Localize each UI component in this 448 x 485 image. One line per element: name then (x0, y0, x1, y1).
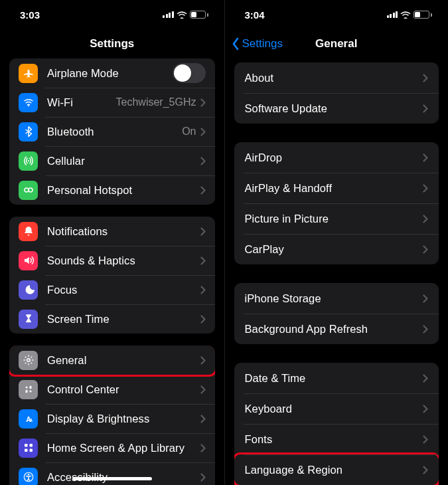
hotspot-icon (19, 181, 38, 200)
settings-row-display-brightness[interactable]: AADisplay & Brightness (9, 404, 215, 433)
chevron-right-icon (200, 415, 206, 423)
chevron-right-icon (423, 325, 428, 334)
settings-row-airplay-handoff[interactable]: AirPlay & Handoff (234, 173, 439, 203)
page-title: General (315, 37, 357, 50)
sounds-icon (19, 251, 38, 270)
chevron-right-icon (200, 356, 206, 365)
settings-row-airdrop[interactable]: AirDrop (234, 142, 439, 173)
svg-point-8 (29, 391, 31, 393)
chevron-right-icon (200, 385, 206, 394)
settings-row-background-app-refresh[interactable]: Background App Refresh (234, 314, 439, 344)
display-icon: AA (19, 409, 38, 429)
row-label: Focus (47, 284, 200, 296)
settings-row-date-time[interactable]: Date & Time (234, 363, 439, 393)
battery-indicator: 38 (190, 11, 208, 19)
row-detail: On (182, 126, 196, 138)
svg-point-4 (27, 359, 30, 362)
settings-row-fonts[interactable]: Fonts (234, 424, 439, 454)
airplane-icon (19, 64, 38, 83)
settings-group: iPhone StorageBackground App Refresh (234, 283, 439, 344)
settings-row-language-region[interactable]: Language & Region (234, 454, 439, 485)
row-label: AirPlay & Handoff (245, 182, 423, 195)
chevron-right-icon (423, 466, 428, 474)
settings-group: AirDropAirPlay & HandoffPicture in Pictu… (234, 142, 439, 264)
settings-row-home-screen-app-library[interactable]: Home Screen & App Library (9, 433, 215, 462)
settings-group: Airplane ModeWi-FiTechwiser_5GHzBluetoot… (9, 58, 215, 205)
row-label: AirDrop (245, 151, 423, 164)
svg-rect-12 (29, 444, 33, 447)
settings-row-control-center[interactable]: Control Center (9, 375, 215, 404)
svg-rect-7 (29, 386, 31, 389)
chevron-right-icon (423, 215, 428, 223)
chevron-right-icon (200, 444, 206, 452)
page-title: Settings (90, 37, 134, 50)
settings-row-picture-in-picture[interactable]: Picture in Picture (234, 203, 439, 234)
wifi-icon (177, 11, 187, 19)
settings-row-wi-fi[interactable]: Wi-FiTechwiser_5GHz (9, 88, 215, 117)
cellular-signal-icon (163, 11, 174, 18)
bluetooth-icon (19, 122, 38, 142)
status-bar: 3:04 38 (225, 0, 449, 29)
svg-point-16 (27, 474, 29, 476)
wifi-icon (19, 93, 38, 112)
row-label: Control Center (47, 383, 200, 396)
svg-point-5 (25, 387, 27, 389)
settings-group: NotificationsSounds & HapticsFocusScreen… (9, 217, 215, 334)
settings-row-accessibility[interactable]: Accessibility (9, 462, 215, 485)
cellular-signal-icon (387, 11, 398, 18)
row-label: Fonts (245, 433, 423, 446)
settings-row-carplay[interactable]: CarPlay (234, 234, 439, 264)
notifications-icon (19, 222, 38, 241)
settings-row-cellular[interactable]: Cellular (9, 146, 215, 175)
chevron-back-icon (232, 37, 240, 50)
home-indicator[interactable] (72, 477, 152, 480)
chevron-right-icon (423, 405, 428, 413)
settings-group: AboutSoftware Update (234, 62, 439, 124)
chevron-right-icon (200, 98, 206, 107)
settings-row-software-update[interactable]: Software Update (234, 93, 439, 124)
settings-row-focus[interactable]: Focus (9, 275, 215, 304)
row-label: Cellular (47, 155, 200, 167)
svg-point-3 (29, 188, 33, 192)
row-label: Date & Time (245, 372, 423, 385)
settings-group: Date & TimeKeyboardFontsLanguage & Regio… (234, 363, 439, 485)
row-label: Bluetooth (47, 126, 182, 138)
row-label: Wi-Fi (47, 96, 116, 109)
settings-row-general[interactable]: General (9, 345, 215, 375)
row-label: Screen Time (47, 313, 200, 326)
settings-row-sounds-haptics[interactable]: Sounds & Haptics (9, 246, 215, 275)
settings-group: GeneralControl CenterAADisplay & Brightn… (9, 345, 215, 485)
accessibility-icon (19, 468, 38, 486)
status-bar: 3:03 38 (0, 0, 224, 29)
back-button[interactable]: Settings (232, 29, 283, 58)
settings-screen: 3:03 38 Settings Airplane ModeWi-FiTechw… (0, 0, 224, 485)
settings-row-bluetooth[interactable]: BluetoothOn (9, 117, 215, 146)
chevron-right-icon (200, 473, 206, 482)
settings-row-notifications[interactable]: Notifications (9, 217, 215, 246)
general-screen: 3:04 38 Settings General AboutSoftware U… (224, 0, 449, 485)
nav-header: Settings General (225, 29, 449, 58)
settings-row-about[interactable]: About (234, 62, 439, 93)
chevron-right-icon (200, 315, 206, 324)
settings-row-screen-time[interactable]: Screen Time (9, 304, 215, 334)
settings-row-personal-hotspot[interactable]: Personal Hotspot (9, 175, 215, 205)
row-label: iPhone Storage (245, 292, 423, 305)
toggle-switch[interactable] (173, 63, 206, 83)
chevron-right-icon (423, 74, 428, 82)
row-label: CarPlay (245, 243, 423, 256)
settings-row-airplane-mode[interactable]: Airplane Mode (9, 58, 215, 88)
svg-rect-14 (29, 449, 33, 452)
battery-indicator: 38 (413, 11, 432, 19)
screentime-icon (19, 310, 38, 329)
chevron-right-icon (200, 227, 206, 236)
wifi-icon (400, 11, 411, 19)
row-label: Personal Hotspot (47, 184, 200, 197)
chevron-right-icon (423, 104, 428, 113)
settings-row-iphone-storage[interactable]: iPhone Storage (234, 283, 439, 314)
settings-row-keyboard[interactable]: Keyboard (234, 393, 439, 424)
chevron-right-icon (423, 153, 428, 162)
chevron-right-icon (200, 157, 206, 165)
row-label: Keyboard (245, 403, 423, 415)
svg-text:A: A (29, 418, 33, 423)
row-label: About (245, 72, 423, 84)
